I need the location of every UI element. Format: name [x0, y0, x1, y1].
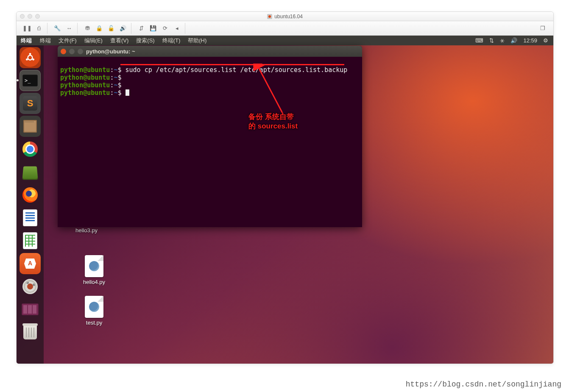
terminal-title: python@ubuntu: ~ [86, 48, 135, 55]
vm-title-text: ubuntu16.04 [274, 14, 303, 19]
panel-indicators: ⌨ ⇅ ⚹ 🔊 12:59 ⚙ [475, 37, 551, 44]
settings-button[interactable]: 🔧 [52, 23, 63, 33]
launcher-calc[interactable] [20, 230, 41, 251]
running-pip-icon [17, 79, 19, 81]
maximize-icon[interactable] [78, 49, 83, 54]
floppy-icon[interactable]: 💾 [148, 23, 159, 33]
fullscreen-button[interactable]: ↔ [64, 23, 75, 33]
desktop-file-test[interactable]: test.py [75, 296, 113, 326]
cd-lock-icon[interactable]: 🔒 [94, 23, 105, 33]
showdesktop-icon [22, 303, 39, 315]
close-icon[interactable] [61, 49, 66, 54]
svg-point-1 [29, 53, 31, 55]
network-icon[interactable]: ⇅ [489, 37, 494, 44]
sound-indicator-icon[interactable]: 🔊 [510, 37, 517, 44]
menu-search[interactable]: 搜索(S) [132, 37, 158, 44]
minimize-icon[interactable] [69, 49, 75, 54]
ubuntu-desktop: 终端 终端 文件(F) 编辑(E) 查看(V) 搜索(S) 终端(T) 帮助(H… [17, 36, 553, 364]
launcher-firefox[interactable] [20, 184, 41, 206]
top-panel: 终端 终端 文件(F) 编辑(E) 查看(V) 搜索(S) 终端(T) 帮助(H… [17, 36, 553, 45]
files-icon [23, 120, 37, 133]
vm-toolbar: ❚❚ ⎙ 🔧 ↔ ⛃ 🔒 🔓 🔊 ⇵ 💾 ⟳ ◂ ❐ [17, 21, 553, 36]
firefox-icon [22, 187, 38, 203]
ubuntu-logo-icon [25, 52, 36, 63]
terminal-window[interactable]: python@ubuntu: ~ python@ubuntu:~$ sudo c… [58, 46, 362, 227]
unity-launcher: >_ S [17, 45, 44, 364]
software-icon [24, 259, 36, 269]
launcher-showdesktop[interactable] [20, 299, 41, 320]
vm-host-titlebar[interactable]: ubuntu16.04 [17, 12, 553, 21]
cursor [126, 89, 129, 96]
menu-terminal2[interactable]: 终端(T) [159, 37, 184, 44]
menu-edit[interactable]: 编辑(E) [81, 37, 106, 44]
desktop-file-hello4[interactable]: hello4.py [75, 255, 113, 285]
terminal-titlebar[interactable]: python@ubuntu: ~ [58, 46, 362, 57]
launcher-dash[interactable] [20, 47, 41, 68]
launcher-trash[interactable] [20, 322, 41, 343]
usb-icon[interactable]: ⇵ [136, 23, 147, 33]
back-icon[interactable]: ◂ [171, 23, 182, 33]
sound-icon[interactable]: 🔊 [117, 23, 128, 33]
trash-icon [23, 325, 37, 339]
launcher-software[interactable] [20, 253, 41, 274]
launcher-sublime[interactable]: S [20, 93, 41, 114]
svg-point-2 [32, 58, 34, 61]
multi-monitor-button[interactable]: ❐ [537, 23, 548, 33]
sublime-icon: S [23, 96, 37, 111]
hdd-icon[interactable]: ⛃ [82, 23, 93, 33]
bluetooth-icon[interactable]: ⚹ [500, 37, 505, 44]
settings-icon [22, 279, 38, 294]
launcher-files[interactable] [20, 116, 41, 137]
menu-file[interactable]: 文件(F) [55, 37, 81, 44]
refresh-icon[interactable]: ⟳ [159, 23, 170, 33]
chrome-icon [22, 142, 38, 157]
ubuntu-badge-icon [267, 14, 272, 19]
menu-view[interactable]: 查看(V) [106, 37, 132, 44]
annotation-line2: 的 sources.list [248, 121, 298, 131]
books-icon [22, 166, 38, 179]
menu-terminal[interactable]: 终端 [36, 37, 55, 44]
terminal-command: sudo cp /etc/apt/sources.list /etc/apt/s… [126, 66, 348, 74]
python-file-icon [85, 255, 103, 277]
launcher-terminal[interactable]: >_ [20, 70, 41, 91]
watermark: https://blog.csdn.net/songlinjiang [406, 380, 561, 389]
svg-point-3 [26, 58, 28, 61]
terminal-icon: >_ [22, 75, 38, 86]
clock[interactable]: 12:59 [523, 37, 537, 44]
menu-help[interactable]: 帮助(H) [184, 37, 210, 44]
annotation-line1: 备份 系统自带 [248, 112, 294, 122]
file-label: hello4.py [83, 279, 105, 285]
launcher-chrome[interactable] [20, 139, 41, 160]
calc-icon [23, 232, 37, 249]
cd-icon[interactable]: 🔓 [106, 23, 117, 33]
power-icon[interactable]: ⚙ [543, 37, 548, 44]
terminal-body[interactable]: python@ubuntu:~$ sudo cp /etc/apt/source… [58, 57, 362, 227]
prompt-user: python@ubuntu [60, 66, 110, 74]
writer-icon [23, 209, 37, 226]
pause-button[interactable]: ❚❚ [22, 23, 33, 33]
launcher-books[interactable] [20, 161, 41, 183]
file-label: test.py [86, 320, 102, 326]
file-label: hello3.py [75, 227, 98, 234]
launcher-writer[interactable] [20, 207, 41, 228]
launcher-settings[interactable] [20, 276, 41, 297]
keyboard-icon[interactable]: ⌨ [475, 37, 483, 44]
svg-point-0 [28, 56, 33, 60]
app-menu: 终端 文件(F) 编辑(E) 查看(V) 搜索(S) 终端(T) 帮助(H) [36, 37, 210, 44]
vm-title: ubuntu16.04 [17, 14, 553, 19]
python-file-icon [85, 296, 103, 318]
snapshot-button[interactable]: ⎙ [33, 23, 45, 33]
annotation-underline [120, 64, 344, 65]
vm-host-window: ubuntu16.04 ❚❚ ⎙ 🔧 ↔ ⛃ 🔒 🔓 🔊 ⇵ 💾 ⟳ ◂ ❐ [16, 11, 554, 364]
panel-app-name: 终端 [19, 37, 36, 44]
